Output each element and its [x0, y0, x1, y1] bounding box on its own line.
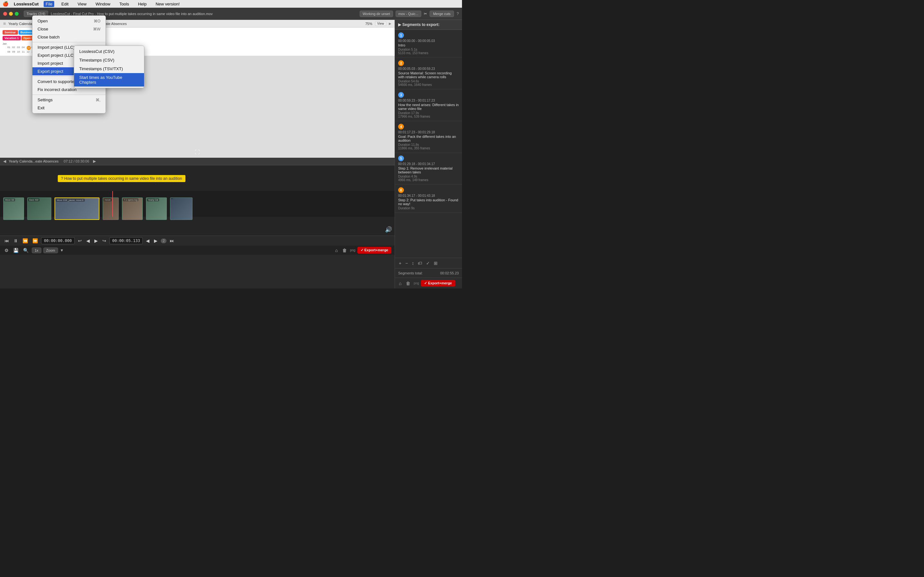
segment-item-2[interactable]: 2 00:00:05.03 - 00:00:59.23 Source Mater… — [395, 58, 462, 89]
timeline-area[interactable]: ? How to put multiple takes occurring in… — [0, 165, 395, 235]
menu-open[interactable]: Open ⌘O — [32, 17, 105, 25]
menu-exit[interactable]: Exit — [32, 104, 105, 112]
segment-item-5[interactable]: 5 00:01:29.18 - 00:01:34.17 Step 1: Remo… — [395, 153, 462, 185]
seg-detail-2: 54666 ms, 1640 frames — [398, 83, 459, 87]
export-project-label: Export project — [37, 69, 63, 74]
maximize-window-button[interactable] — [15, 12, 19, 16]
segment-thumb-7[interactable] — [170, 197, 192, 220]
footer-home-btn[interactable]: ⌂ — [397, 280, 403, 287]
skip-to-start-button[interactable]: ⏮ — [3, 237, 10, 244]
menu-window[interactable]: Window — [94, 1, 112, 7]
segment-thumb-5[interactable]: 7.1 opens log — [122, 197, 143, 220]
menu-edit[interactable]: Edit — [59, 1, 70, 7]
check-button[interactable]: ✓ — [425, 260, 431, 266]
settings-icon-btn[interactable]: ⚙ — [3, 247, 10, 253]
export-llc-label: Export project (LLC)... — [37, 53, 78, 58]
prev-segment-button[interactable]: ◀ — [145, 237, 151, 244]
playhead[interactable] — [112, 191, 113, 217]
segments-list[interactable]: 1 00:00:00.00 - 00:00:05.03 Intro Durati… — [395, 30, 462, 258]
close-window-button[interactable] — [3, 12, 7, 16]
remove-segment-button[interactable]: − — [404, 260, 409, 266]
submenu-youtube-chapters[interactable]: Start times as YouTube Chapters — [74, 73, 144, 87]
loop-back-button[interactable]: ↩ — [77, 237, 83, 244]
seg-dur-6: Duration 9s — [398, 206, 459, 210]
play-button-2[interactable]: ◀ — [85, 237, 91, 244]
next-segment-button[interactable]: ▶ — [153, 237, 159, 244]
trash-btn[interactable]: 🗑 — [341, 247, 348, 253]
thumb-label-4: mover — [103, 198, 111, 201]
menu-file[interactable]: File — [44, 1, 54, 7]
open-label: Open — [37, 19, 48, 23]
help-icon[interactable]: ? — [457, 11, 459, 16]
nav-right-icon[interactable]: ▶ — [93, 159, 96, 163]
submenu-timestamps-csv[interactable]: Timestamps (CSV) — [74, 56, 144, 64]
segment-thumb-2[interactable]: Back NW — [27, 197, 51, 220]
menu-new-version[interactable]: New version! — [153, 1, 182, 7]
view-button[interactable]: View — [375, 21, 387, 26]
loop-fwd-button[interactable]: ↪ — [101, 237, 107, 244]
save-button[interactable]: 💾 — [12, 247, 20, 253]
export-merge-button[interactable]: ✓ Export+merge — [357, 247, 391, 253]
move-segment-button[interactable]: ↕ — [410, 260, 415, 266]
menu-help[interactable]: Help — [136, 1, 149, 7]
segment-thumb-4[interactable]: mover — [103, 197, 119, 220]
tag-button[interactable]: 🏷 — [417, 260, 423, 266]
apple-icon[interactable]: 🍎 — [3, 1, 9, 7]
skip-prev-frame-button[interactable]: ⏪ — [21, 237, 29, 244]
thumb-inner-4: mover — [103, 198, 118, 219]
menu-close[interactable]: Close ⌘W — [32, 25, 105, 33]
skip-next-frame-button[interactable]: ⏩ — [31, 237, 39, 244]
divider-1 — [32, 42, 105, 42]
segment-thumb-6[interactable]: Yearly Cal — [146, 197, 167, 220]
menu-close-batch[interactable]: Close batch — [32, 33, 105, 41]
submenu-timestamps-tsv[interactable]: Timestamps (TSV/TXT) — [74, 64, 144, 73]
segment-item-6[interactable]: 6 00:01:34.17 - 00:01:43.18 Step 2: Put … — [395, 185, 462, 213]
menu-settings[interactable]: Settings ⌘, — [32, 96, 105, 104]
seg-times-3: 00:00:59.23 - 00:01:17.23 — [398, 99, 459, 102]
format-button[interactable]: mov - Quic... — [396, 11, 421, 17]
skip-to-end-button[interactable]: ⏭ — [168, 237, 176, 244]
add-segment-button[interactable]: + — [397, 260, 403, 266]
minimize-window-button[interactable] — [9, 12, 13, 16]
sidebar-actions: + − ↕ 🏷 ✓ ⊞ — [395, 258, 462, 268]
seg-detail-3: 17966 ms, 539 frames — [398, 115, 459, 118]
play-forward-button[interactable]: ▶ — [93, 237, 99, 244]
segment-thumb-3[interactable]: Move SSE_pause, move E — [55, 197, 99, 220]
segment-item-4[interactable]: 4 00:01:17.23 - 00:01:29.18 Goal: Pack t… — [395, 121, 462, 153]
segment-item-1[interactable]: 1 00:00:00.00 - 00:00:05.03 Intro Durati… — [395, 30, 462, 58]
seg-label-4: Goal: Pack the different takes into an a… — [398, 135, 459, 142]
segment-thumb-1[interactable]: Move SE — [3, 197, 24, 220]
rewind-btn[interactable]: ⌂ — [334, 247, 339, 253]
zoom-multiplier-btn[interactable]: 1x — [32, 247, 41, 253]
losslesscut-csv-label: LosslessCut (CSV) — [79, 49, 115, 54]
seg-dur-4: Duration 11.8s — [398, 143, 459, 147]
zoom-button[interactable]: Zoom — [43, 247, 58, 253]
export-merge-button-2[interactable]: ✓ Export+merge — [421, 280, 455, 287]
volume-icon[interactable]: 🔊 — [385, 226, 392, 233]
menu-tools[interactable]: Tools — [118, 1, 131, 7]
submenu-losslesscut-csv[interactable]: LosslessCut (CSV) — [74, 47, 144, 56]
nav-left-icon[interactable]: ◀ — [3, 159, 6, 163]
seg-num-5: 5 — [398, 155, 404, 161]
thumb-label-1: Move SE — [4, 198, 15, 201]
traffic-lights — [3, 12, 19, 16]
seg-label-3: How the need arises: Different takes in … — [398, 103, 459, 111]
end-time-display[interactable]: 00:00:05.133 — [110, 237, 143, 244]
footer-trash-btn[interactable]: 🗑 — [405, 280, 412, 287]
open-shortcut: ⌘O — [94, 19, 100, 23]
current-time-display[interactable]: 00:00:00.000 — [41, 237, 75, 244]
import-llc-label: Import project (LLC)... — [37, 45, 78, 50]
seg-label-6: Step 2: Put takes into audition - Found … — [398, 198, 459, 206]
app-container: Tracks (2/4) LosslessCut - Final Cut Pro… — [0, 8, 462, 288]
grid-button[interactable]: ⊞ — [433, 260, 439, 266]
play-pause-button[interactable]: ⏸ — [12, 237, 19, 244]
seg-times-4: 00:01:17.23 - 00:01:29.18 — [398, 131, 459, 134]
working-dir-button[interactable]: Working dir unset — [360, 11, 393, 17]
menu-view[interactable]: View — [76, 1, 89, 7]
fullscreen-icon[interactable]: ⛶ — [195, 149, 200, 155]
seg-detail-1: 5133 ms, 153 frames — [398, 51, 459, 55]
search-button[interactable]: 🔍 — [22, 247, 30, 253]
merge-cuts-button[interactable]: Merge cuts — [430, 11, 454, 17]
segment-item-3[interactable]: 3 00:00:59.23 - 00:01:17.23 How the need… — [395, 89, 462, 121]
segments-header-label: Segments to export: — [402, 23, 439, 27]
